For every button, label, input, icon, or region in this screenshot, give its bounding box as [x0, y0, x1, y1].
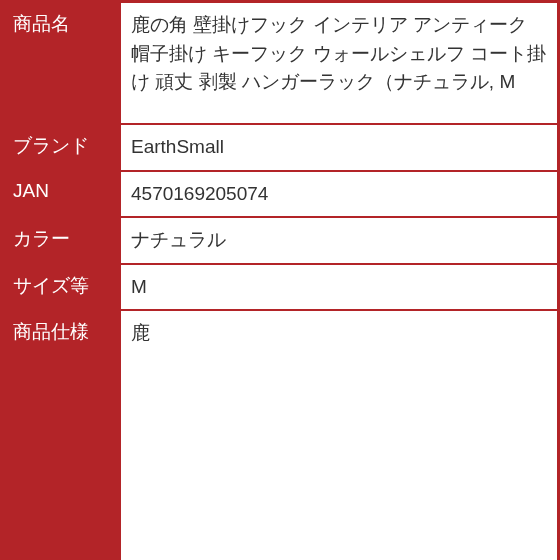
table-row: 商品仕様 鹿	[3, 311, 557, 560]
row-value-brand: EarthSmall	[121, 125, 557, 170]
row-value-color: ナチュラル	[121, 218, 557, 263]
row-value-jan: 4570169205074	[121, 172, 557, 217]
table-row: 商品名 鹿の角 壁掛けフック インテリア アンティーク 帽子掛け キーフック ウ…	[3, 3, 557, 123]
row-value-product-name: 鹿の角 壁掛けフック インテリア アンティーク 帽子掛け キーフック ウォールシ…	[121, 3, 557, 123]
row-label-product-name: 商品名	[3, 3, 119, 123]
row-value-size: M	[121, 265, 557, 310]
row-label-jan: JAN	[3, 172, 119, 217]
row-label-color: カラー	[3, 218, 119, 263]
row-label-spec: 商品仕様	[3, 311, 119, 560]
table-row: ブランド EarthSmall	[3, 125, 557, 170]
row-label-brand: ブランド	[3, 125, 119, 170]
table-row: JAN 4570169205074	[3, 172, 557, 217]
row-label-size: サイズ等	[3, 265, 119, 310]
table-row: カラー ナチュラル	[3, 218, 557, 263]
product-spec-table: 商品名 鹿の角 壁掛けフック インテリア アンティーク 帽子掛け キーフック ウ…	[3, 3, 557, 560]
table-row: サイズ等 M	[3, 265, 557, 310]
row-value-spec: 鹿	[121, 311, 557, 560]
